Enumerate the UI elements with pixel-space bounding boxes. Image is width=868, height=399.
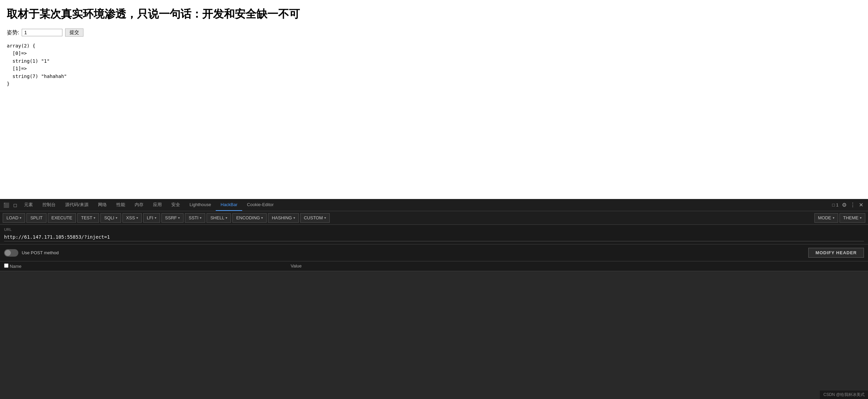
more-icon[interactable]: ⋮ [850, 202, 855, 208]
sqli-button[interactable]: SQLI ▾ [100, 213, 121, 223]
attribution: CSDN @给我杯冰美式 [820, 391, 868, 399]
modify-header-button[interactable]: MODIFY HEADER [808, 248, 864, 258]
custom-button[interactable]: CUSTOM ▾ [300, 213, 330, 223]
post-toggle-label: Use POST method [22, 250, 59, 255]
toggle-knob [5, 250, 11, 256]
custom-arrow: ▾ [324, 216, 326, 220]
post-toggle[interactable] [4, 249, 18, 257]
lfi-button[interactable]: LFI ▾ [143, 213, 160, 223]
table-header-row: Name Value [0, 261, 868, 271]
url-section: URL [0, 225, 868, 244]
posture-input[interactable] [22, 29, 62, 36]
theme-arrow: ▾ [860, 216, 862, 220]
code-output: array(2) { [0]=> string(1) "1" [1]=> str… [7, 42, 861, 87]
ssti-button[interactable]: SSTI ▾ [185, 213, 205, 223]
tab-memory[interactable]: 内存 [130, 199, 148, 211]
devtools-tab-bar: ⬛ ◻ 元素 控制台 源代码/来源 网络 性能 内存 应用 安全 Lightho… [0, 199, 868, 211]
devtools-icon-inspect[interactable]: ⬛ [1, 199, 11, 211]
xss-button[interactable]: XSS ▾ [122, 213, 142, 223]
encoding-button[interactable]: ENCODING ▾ [232, 213, 267, 223]
ssrf-button[interactable]: SSRF ▾ [161, 213, 184, 223]
devtools-right-controls: □ 1 ⚙ ⋮ ✕ [832, 202, 867, 208]
theme-button[interactable]: THEME ▾ [840, 213, 866, 223]
col-name-header: Name [4, 263, 291, 269]
close-icon[interactable]: ✕ [859, 202, 863, 208]
tab-elements[interactable]: 元素 [19, 199, 38, 211]
tab-sources[interactable]: 源代码/来源 [60, 199, 93, 211]
form-row: 姿势: 提交 [7, 28, 861, 37]
url-label: URL [4, 227, 864, 232]
tab-security[interactable]: 安全 [167, 199, 185, 211]
devtools-panel: ⬛ ◻ 元素 控制台 源代码/来源 网络 性能 内存 应用 安全 Lightho… [0, 199, 868, 399]
tab-application[interactable]: 应用 [148, 199, 167, 211]
xss-arrow: ▾ [136, 216, 138, 220]
split-button[interactable]: SPLIT [26, 213, 46, 223]
shell-button[interactable]: SHELL ▾ [207, 213, 231, 223]
hackbar-toolbar: LOAD ▾ SPLIT EXECUTE TEST ▾ SQLI ▾ XSS ▾… [0, 211, 868, 225]
load-button[interactable]: LOAD ▾ [3, 213, 25, 223]
devtools-icon-device[interactable]: ◻ [11, 199, 19, 211]
submit-button[interactable]: 提交 [65, 28, 83, 37]
encoding-arrow: ▾ [261, 216, 263, 220]
execute-button[interactable]: EXECUTE [48, 213, 76, 223]
col-value-header: Value [291, 263, 864, 269]
tab-cookie-editor[interactable]: Cookie-Editor [242, 199, 278, 211]
tab-lighthouse[interactable]: Lighthouse [185, 199, 216, 211]
tab-console[interactable]: 控制台 [38, 199, 60, 211]
main-content: 取材于某次真实环境渗透，只说一句话：开发和安全缺一不可 姿势: 提交 array… [0, 0, 868, 200]
load-arrow: ▾ [20, 216, 21, 220]
hashing-arrow: ▾ [293, 216, 295, 220]
tab-network[interactable]: 网络 [93, 199, 112, 211]
lfi-arrow: ▾ [155, 216, 156, 220]
tab-hackbar[interactable]: HackBar [216, 199, 242, 211]
hashing-button[interactable]: HASHING ▾ [268, 213, 298, 223]
mode-arrow: ▾ [833, 216, 834, 220]
shell-arrow: ▾ [226, 216, 227, 220]
test-arrow: ▾ [94, 216, 95, 220]
devtools-badge[interactable]: □ 1 [832, 202, 838, 207]
tab-performance[interactable]: 性能 [112, 199, 130, 211]
header-checkbox[interactable] [4, 263, 8, 268]
form-label: 姿势: [7, 29, 19, 36]
ssrf-arrow: ▾ [178, 216, 180, 220]
settings-icon[interactable]: ⚙ [842, 202, 847, 208]
test-button[interactable]: TEST ▾ [77, 213, 99, 223]
page-title: 取材于某次真实环境渗透，只说一句话：开发和安全缺一不可 [7, 7, 861, 22]
mode-button[interactable]: MODE ▾ [814, 213, 838, 223]
url-input[interactable] [4, 233, 864, 241]
sqli-arrow: ▾ [116, 216, 117, 220]
ssti-arrow: ▾ [200, 216, 201, 220]
options-row: Use POST method MODIFY HEADER [0, 244, 868, 261]
